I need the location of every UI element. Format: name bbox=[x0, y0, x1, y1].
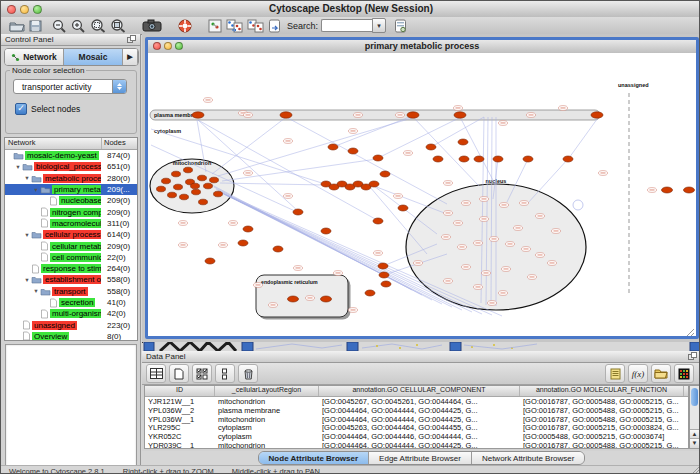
tree-row[interactable]: nitrogen compo209(0) bbox=[5, 206, 137, 217]
tree-col-network[interactable]: Network bbox=[5, 138, 102, 149]
table-scrollbar[interactable]: ▲ ▼ bbox=[689, 385, 700, 449]
open-session-icon[interactable] bbox=[9, 18, 25, 33]
table-row[interactable]: YLR295Ccytoplasm[GO:0045263, GO:0044464,… bbox=[145, 423, 688, 432]
tree-row[interactable]: response to stimulu264(0) bbox=[5, 263, 137, 274]
cytoplasm-node[interactable] bbox=[238, 240, 248, 246]
cytoplasm-node[interactable] bbox=[365, 290, 375, 296]
cytoplasm-node[interactable] bbox=[373, 218, 383, 224]
help-icon[interactable] bbox=[178, 18, 192, 33]
attribute-batch-icon[interactable] bbox=[394, 18, 407, 33]
import-network-icon[interactable] bbox=[268, 18, 281, 33]
mitochondrion-node[interactable] bbox=[180, 194, 189, 200]
cytoplasm-node[interactable] bbox=[474, 156, 484, 162]
tree-row[interactable]: ▼transport558(0) bbox=[5, 286, 137, 297]
tree-row[interactable]: mosaic-demo-yeast874(0) bbox=[5, 150, 137, 161]
attribute-notes-icon[interactable] bbox=[605, 364, 625, 383]
attribute-table-icon[interactable] bbox=[146, 364, 166, 383]
expand-triangle-icon[interactable]: ▼ bbox=[32, 187, 40, 193]
mitochondrion-node[interactable] bbox=[172, 171, 181, 177]
scroll-down-icon[interactable]: ▼ bbox=[690, 438, 699, 448]
window-resize-grip[interactable] bbox=[691, 466, 700, 474]
expand-triangle-icon[interactable]: ▼ bbox=[23, 277, 31, 283]
float-data-panel-icon[interactable] bbox=[688, 352, 697, 362]
table-column-header[interactable]: ID bbox=[145, 386, 215, 396]
cytoplasm-node[interactable] bbox=[321, 228, 331, 234]
destroy-network-icon[interactable] bbox=[247, 18, 264, 33]
cytoplasm-node[interactable] bbox=[458, 139, 468, 145]
float-panel-icon[interactable] bbox=[127, 35, 136, 45]
new-attribute-icon[interactable] bbox=[169, 364, 189, 383]
table-row[interactable]: YJR121W__1mitochondrion[GO:0045267, GO:0… bbox=[145, 397, 688, 406]
birdseye-view[interactable] bbox=[5, 344, 137, 474]
table-column-header[interactable]: annotation.GO CELLULAR_COMPONENT bbox=[319, 386, 520, 396]
cytoplasm-node[interactable] bbox=[348, 148, 358, 154]
table-row[interactable]: YPL036W__2plasma membrane[GO:0044464, GO… bbox=[145, 406, 688, 415]
tab-edge-attribute-browser[interactable]: Edge Attribute Browser bbox=[369, 452, 472, 464]
select-nodes-checkbox[interactable]: ✓ bbox=[15, 103, 27, 115]
table-column-header[interactable]: _cellularLayoutRegion bbox=[215, 386, 319, 396]
node-color-dropdown[interactable]: transporter activity bbox=[13, 79, 127, 94]
mitochondrion-node[interactable] bbox=[168, 192, 177, 198]
cytoplasm-node[interactable] bbox=[369, 181, 379, 187]
cytoplasm-node[interactable] bbox=[273, 246, 283, 252]
tab-node-attribute-browser[interactable]: Node Attribute Browser bbox=[259, 452, 370, 464]
cytoplasm-node[interactable] bbox=[523, 156, 533, 162]
tree-row[interactable]: macromolecule311(0) bbox=[5, 218, 137, 229]
unselect-attributes-icon[interactable] bbox=[215, 364, 235, 383]
expand-triangle-icon[interactable]: ▼ bbox=[14, 164, 22, 170]
duplicate-network-icon[interactable] bbox=[226, 18, 243, 33]
tree-row[interactable]: ▼metabolic process280(0) bbox=[5, 173, 137, 184]
tree-row[interactable]: nucleobase-209(0) bbox=[5, 195, 137, 206]
scrollbar-thumb[interactable] bbox=[691, 388, 698, 406]
cytoplasm-node[interactable] bbox=[381, 281, 391, 287]
er-node[interactable] bbox=[321, 296, 332, 302]
network-overview-icon[interactable] bbox=[208, 18, 222, 33]
membrane-node[interactable] bbox=[591, 112, 603, 118]
table-row[interactable]: YDR039C__1mitochondrion[GO:0044464, GO:0… bbox=[145, 441, 688, 449]
tab-network[interactable]: Network bbox=[5, 49, 64, 65]
tree-row[interactable]: Overview8(0) bbox=[5, 331, 137, 341]
heatmap-icon[interactable] bbox=[674, 364, 694, 383]
mitochondrion-node[interactable] bbox=[210, 177, 219, 183]
cytoplasm-node[interactable] bbox=[379, 272, 389, 278]
tree-row[interactable]: cell communicat22(0) bbox=[5, 252, 137, 263]
mitochondrion-node[interactable] bbox=[204, 183, 213, 189]
mitochondrion-node[interactable] bbox=[157, 186, 166, 192]
cytoplasm-node[interactable] bbox=[243, 226, 253, 232]
cytoplasm-node[interactable] bbox=[426, 144, 436, 150]
membrane-node[interactable] bbox=[407, 112, 419, 118]
snapshot-icon[interactable] bbox=[142, 18, 162, 33]
cytoplasm-node[interactable] bbox=[293, 209, 303, 215]
membrane-node[interactable] bbox=[192, 112, 204, 118]
table-column-header[interactable]: annotation.GO MOLECULAR_FUNCTION bbox=[520, 386, 684, 396]
expand-triangle-icon[interactable]: ▼ bbox=[32, 288, 40, 294]
cytoplasm-node[interactable] bbox=[328, 144, 338, 150]
save-session-icon[interactable] bbox=[29, 18, 42, 33]
expand-triangle-icon[interactable]: ▼ bbox=[23, 232, 31, 238]
cytoplasm-node[interactable] bbox=[205, 258, 215, 264]
search-input[interactable] bbox=[321, 19, 372, 32]
mitochondrion-node[interactable] bbox=[192, 189, 201, 195]
mitochondrion-node[interactable] bbox=[198, 175, 207, 181]
membrane-node[interactable] bbox=[454, 112, 466, 118]
zoom-in-icon[interactable] bbox=[71, 18, 86, 33]
tree-col-nodes[interactable]: Nodes bbox=[102, 138, 137, 149]
mitochondrion-node[interactable] bbox=[199, 199, 208, 205]
frame-resize-grip[interactable] bbox=[686, 329, 694, 336]
tab-network-attribute-browser[interactable]: Network Attribute Browser bbox=[472, 452, 584, 464]
membrane-node[interactable] bbox=[280, 112, 292, 118]
mitochondrion-node[interactable] bbox=[214, 191, 223, 197]
tree-row[interactable]: multi-organism pro42(0) bbox=[5, 308, 137, 319]
unassigned-node[interactable] bbox=[662, 187, 673, 193]
cytoplasm-node[interactable] bbox=[563, 156, 573, 162]
cytoplasm-node[interactable] bbox=[378, 263, 388, 269]
er-node[interactable] bbox=[288, 296, 299, 302]
mitochondrion-node[interactable] bbox=[184, 167, 193, 173]
zoom-fit-icon[interactable] bbox=[110, 18, 126, 33]
select-attributes-icon[interactable] bbox=[192, 364, 212, 383]
attribute-table-header[interactable]: ID_cellularLayoutRegionannotation.GO CEL… bbox=[145, 386, 688, 397]
search-dropdown-icon[interactable]: ▾ bbox=[372, 18, 386, 33]
import-attributes-icon[interactable] bbox=[651, 364, 671, 383]
cytoplasm-node[interactable] bbox=[493, 156, 503, 162]
cytoplasm-node[interactable] bbox=[380, 171, 390, 177]
